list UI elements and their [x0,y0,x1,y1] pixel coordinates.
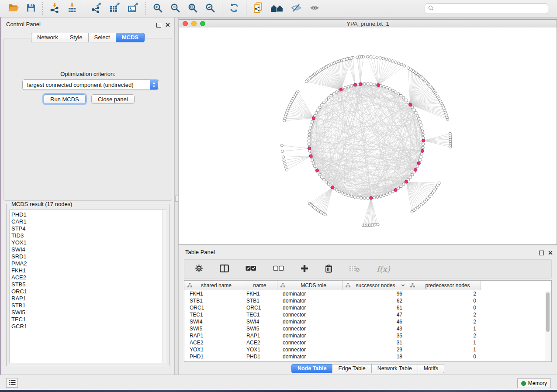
home-button[interactable] [268,2,286,15]
network-node[interactable] [338,190,341,193]
network-node[interactable] [322,178,325,181]
network-node[interactable] [379,195,382,198]
mcds-result-item[interactable]: SRD1 [11,253,166,260]
search-input[interactable] [436,5,548,12]
tab-motifs[interactable]: Motifs [418,364,444,373]
network-node[interactable] [347,194,349,196]
share-document-button[interactable] [250,1,266,16]
import-network-button[interactable] [47,2,62,15]
network-hub-node[interactable] [308,147,311,150]
zoom-out-button[interactable] [167,2,183,15]
network-satellite-node[interactable] [280,144,283,147]
network-satellite-node[interactable] [284,162,286,165]
network-node[interactable] [400,94,402,97]
network-node[interactable] [407,101,409,103]
table-scrollbar-thumb[interactable] [546,292,550,332]
network-node[interactable] [394,91,397,93]
network-node[interactable] [347,85,349,88]
network-node[interactable] [373,83,376,86]
mcds-result-item[interactable]: ORC1 [11,288,166,295]
export-table-button[interactable] [107,2,123,15]
network-satellite-node[interactable] [376,56,378,59]
float-panel-icon[interactable] [539,251,544,255]
network-node[interactable] [413,109,415,111]
tab-mcds[interactable]: MCDS [116,33,145,42]
network-satellite-node[interactable] [346,58,348,60]
network-hub-node[interactable] [315,169,318,172]
network-node[interactable] [315,111,318,114]
show-columns-button[interactable] [217,264,232,275]
network-node[interactable] [308,130,311,133]
network-node[interactable] [310,124,312,126]
network-satellite-node[interactable] [373,56,375,58]
column-header-successor-nodes[interactable]: successor nodes [343,281,407,290]
network-hub-node[interactable] [421,149,424,152]
float-panel-icon[interactable] [156,23,161,28]
column-header-MCDS-role[interactable]: MCDS role [277,281,343,290]
export-image-button[interactable] [125,2,142,15]
network-node[interactable] [350,84,353,87]
function-builder-button[interactable]: f(x) [374,264,393,275]
network-node[interactable] [418,117,420,120]
task-history-button[interactable] [6,378,18,388]
network-node[interactable] [397,93,400,95]
network-satellite-node[interactable] [370,55,372,58]
network-node[interactable] [320,176,323,179]
network-hub-node[interactable] [417,162,420,165]
mcds-result-item[interactable]: SWI5 [11,309,166,316]
network-node[interactable] [318,173,321,176]
network-node[interactable] [420,127,423,129]
network-node[interactable] [327,183,330,186]
network-node[interactable] [320,103,323,106]
network-node[interactable] [420,153,423,155]
network-node[interactable] [420,124,422,126]
network-node[interactable] [344,193,346,196]
mcds-result-item[interactable]: TID3 [11,232,166,239]
network-node[interactable] [363,197,366,199]
network-satellite-node[interactable] [283,159,285,162]
mcds-result-item[interactable]: STB5 [11,281,166,288]
network-satellite-node[interactable] [407,67,409,69]
splitter-grip[interactable] [175,196,178,202]
network-node[interactable] [370,83,372,85]
network-hub-node[interactable] [414,168,417,171]
network-node[interactable] [312,162,315,165]
delete-table-button[interactable] [346,264,363,274]
network-node[interactable] [367,197,369,199]
network-node[interactable] [327,96,330,99]
network-node[interactable] [382,85,385,88]
network-node[interactable] [385,86,388,89]
network-hub-node[interactable] [331,186,334,189]
network-node[interactable] [341,192,343,194]
network-node[interactable] [325,99,328,101]
mcds-result-item[interactable]: GCR1 [11,323,166,330]
network-satellite-node[interactable] [391,60,394,62]
network-hub-node[interactable] [394,189,397,192]
mcds-result-item[interactable]: STB1 [11,302,166,309]
mcds-result-item[interactable]: YOX1 [11,239,166,246]
table-row[interactable]: YOX1YOX1connector291 [184,346,551,353]
network-node[interactable] [376,196,379,198]
network-hub-node[interactable] [377,83,380,86]
network-node[interactable] [367,83,369,85]
network-satellite-node[interactable] [281,150,284,152]
run-mcds-button[interactable]: Run MCDS [44,94,86,104]
network-node[interactable] [330,94,332,97]
fit-content-button[interactable] [185,2,201,15]
zoom-in-button[interactable] [150,2,166,15]
network-node[interactable] [318,106,321,109]
network-satellite-node[interactable] [282,156,284,158]
open-session-button[interactable] [5,2,22,15]
refresh-layout-button[interactable] [226,2,242,15]
network-node[interactable] [420,156,422,158]
network-window-titlebar[interactable]: YPA_prune.txt_1 [179,20,557,28]
network-hub-node[interactable] [309,155,312,158]
mcds-result-item[interactable]: CAR1 [11,218,166,225]
network-node[interactable] [422,146,424,149]
mcds-result-item[interactable]: PHD1 [11,211,166,218]
search-box[interactable] [425,3,548,14]
network-node[interactable] [313,165,316,168]
network-hub-node[interactable] [405,180,408,183]
network-node[interactable] [382,194,385,196]
network-node[interactable] [335,91,338,93]
